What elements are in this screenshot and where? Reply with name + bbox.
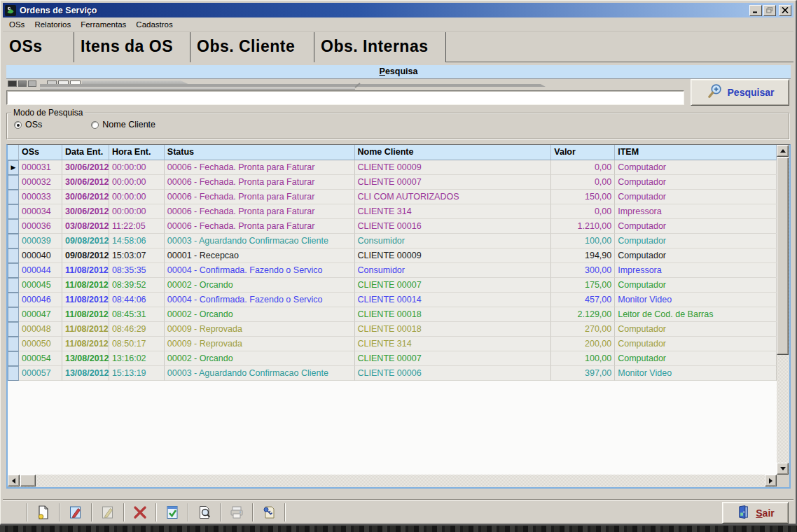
cell-item: Impressora bbox=[615, 204, 777, 219]
window-title: Ordens de Serviço bbox=[20, 6, 748, 15]
column-header-nome-cliente[interactable]: Nome Cliente bbox=[355, 145, 552, 160]
confirm-button[interactable] bbox=[160, 503, 183, 522]
column-header-oss[interactable]: OSs bbox=[19, 145, 62, 160]
menu-item-cadastros[interactable]: Cadastros bbox=[132, 19, 179, 30]
row-indicator bbox=[8, 307, 19, 322]
horizontal-scroll-thumb[interactable] bbox=[20, 475, 36, 486]
cell-item: Computador bbox=[615, 175, 777, 190]
cell-client: CLIENTE 00006 bbox=[355, 366, 552, 381]
cell-value: 457,00 bbox=[551, 293, 615, 307]
cell-client: CLIENTE 00007 bbox=[355, 278, 552, 293]
scroll-up-button[interactable] bbox=[777, 145, 789, 157]
sair-button[interactable]: Sair bbox=[722, 502, 789, 524]
search-mode-options: OSsNome Cliente bbox=[14, 120, 155, 130]
cell-time: 08:35:35 bbox=[109, 263, 165, 278]
indicator-column-header bbox=[8, 145, 19, 160]
cell-item: Computador bbox=[615, 351, 777, 366]
cell-time: 08:39:52 bbox=[109, 278, 165, 293]
tab-obs-cliente[interactable]: Obs. Cliente bbox=[190, 32, 314, 62]
tab-oss[interactable]: OSs bbox=[3, 32, 74, 62]
menu-item-ferramentas[interactable]: Ferramentas bbox=[77, 19, 132, 30]
cell-status: 00006 - Fechada. Pronta para Faturar bbox=[165, 204, 355, 219]
tab-itens-da-os[interactable]: Itens da OS bbox=[74, 32, 190, 62]
cell-time: 13:16:02 bbox=[109, 351, 165, 366]
cell-client: CLIENTE 00014 bbox=[355, 293, 552, 307]
table-row[interactable]: 00004411/08/201208:35:3500004 - Confirma… bbox=[8, 263, 777, 278]
tab-obs-internas[interactable]: Obs. Internas bbox=[314, 32, 446, 62]
row-indicator bbox=[8, 219, 19, 234]
table-row[interactable]: 00004611/08/201208:44:0600004 - Confirma… bbox=[8, 293, 777, 307]
table-row[interactable]: 00003909/08/201214:58:0600003 - Aguardan… bbox=[8, 234, 777, 248]
column-header-valor[interactable]: Valor bbox=[551, 145, 615, 160]
delete-button[interactable] bbox=[128, 503, 151, 522]
cell-time: 14:58:06 bbox=[109, 234, 165, 248]
new-document-button[interactable] bbox=[32, 503, 55, 522]
scroll-down-button[interactable] bbox=[777, 463, 789, 475]
table-row[interactable]: 00005713/08/201215:13:1900003 - Aguardan… bbox=[8, 366, 777, 381]
scroll-left-button[interactable] bbox=[8, 475, 20, 486]
door-icon bbox=[736, 505, 751, 522]
table-row[interactable]: 00003330/06/201200:00:0000006 - Fechada.… bbox=[8, 190, 777, 204]
maximize-button[interactable] bbox=[763, 5, 776, 16]
row-indicator bbox=[8, 248, 19, 263]
cell-os: 000050 bbox=[19, 337, 62, 351]
cell-client: CLIENTE 00009 bbox=[355, 248, 552, 263]
table-row[interactable]: 00004009/08/201215:03:0700001 - Recepcao… bbox=[8, 248, 777, 263]
radio-label: OSs bbox=[25, 120, 42, 130]
cell-date: 11/08/2012 bbox=[62, 278, 109, 293]
app-window: Ordens de Serviço OSsRelatoriosFerrament… bbox=[0, 0, 797, 525]
minimize-button[interactable] bbox=[749, 5, 762, 16]
revert-edit-button[interactable] bbox=[96, 503, 119, 522]
table-row[interactable]: 00004811/08/201208:46:2900009 - Reprovad… bbox=[8, 322, 777, 337]
access-button[interactable] bbox=[257, 503, 280, 522]
column-header-data-ent[interactable]: Data Ent. bbox=[62, 145, 109, 160]
cell-item: Monitor Video bbox=[615, 366, 777, 381]
cell-value: 100,00 bbox=[551, 351, 615, 366]
cell-time: 08:44:06 bbox=[109, 293, 165, 307]
cell-status: 00006 - Fechada. Pronta para Faturar bbox=[165, 219, 355, 234]
table-row[interactable]: 00003603/08/201211:22:0500006 - Fechada.… bbox=[8, 219, 777, 234]
table-row[interactable]: 00005413/08/201213:16:0200002 - OrcandoC… bbox=[8, 351, 777, 366]
table-row[interactable]: 00003430/06/201200:00:0000006 - Fechada.… bbox=[8, 204, 777, 219]
menu-item-oss[interactable]: OSs bbox=[6, 19, 31, 30]
cell-status: 00009 - Reprovada bbox=[165, 322, 355, 337]
row-indicator bbox=[8, 278, 19, 293]
table-row[interactable]: 00003230/06/201200:00:0000006 - Fechada.… bbox=[8, 175, 777, 190]
search-input[interactable] bbox=[6, 90, 684, 105]
column-header-status[interactable]: Status bbox=[165, 145, 355, 160]
radio-oss[interactable]: OSs bbox=[14, 120, 42, 130]
table-row[interactable]: 00005011/08/201208:50:1700009 - Reprovad… bbox=[8, 337, 777, 351]
horizontal-scrollbar[interactable] bbox=[8, 475, 777, 487]
print-button[interactable] bbox=[225, 503, 248, 522]
pesquisar-label: Pesquisar bbox=[728, 87, 775, 98]
cell-os: 000054 bbox=[19, 351, 62, 366]
vertical-scrollbar[interactable] bbox=[777, 145, 789, 475]
edit-button[interactable] bbox=[64, 503, 87, 522]
close-button[interactable] bbox=[779, 5, 791, 16]
column-header-hora-ent[interactable]: Hora Ent. bbox=[109, 145, 165, 160]
preview-button[interactable] bbox=[193, 503, 216, 522]
table-row[interactable]: 00004511/08/201208:39:5200002 - OrcandoC… bbox=[8, 278, 777, 293]
cell-status: 00006 - Fechada. Pronta para Faturar bbox=[165, 175, 355, 190]
radio-nome-cliente[interactable]: Nome Cliente bbox=[91, 120, 155, 130]
toolbar-separator bbox=[188, 503, 188, 522]
pesquisar-button[interactable]: Pesquisar bbox=[691, 79, 789, 106]
cell-os: 000032 bbox=[19, 175, 62, 190]
menu-item-relatorios[interactable]: Relatorios bbox=[31, 19, 77, 30]
cell-status: 00001 - Recepcao bbox=[165, 248, 355, 263]
cell-time: 08:50:17 bbox=[109, 337, 165, 351]
cell-client: CLIENTE 314 bbox=[355, 337, 552, 351]
scroll-right-button[interactable] bbox=[765, 475, 777, 486]
grid-header-row: OSsData Ent.Hora Ent.StatusNome ClienteV… bbox=[8, 145, 777, 160]
row-indicator bbox=[8, 190, 19, 204]
radio-indicator bbox=[14, 121, 22, 129]
row-indicator bbox=[8, 175, 19, 190]
cell-value: 0,00 bbox=[551, 204, 615, 219]
cell-date: 09/08/2012 bbox=[62, 248, 109, 263]
cell-value: 0,00 bbox=[551, 175, 615, 190]
column-header-item[interactable]: ITEM bbox=[615, 145, 777, 160]
search-mode-groupbox: Modo de Pesquisa OSsNome Cliente bbox=[6, 113, 789, 139]
vertical-scroll-thumb[interactable] bbox=[777, 158, 789, 355]
table-row[interactable]: ▶00003130/06/201200:00:0000006 - Fechada… bbox=[8, 160, 777, 175]
table-row[interactable]: 00004711/08/201208:45:3100002 - OrcandoC… bbox=[8, 307, 777, 322]
